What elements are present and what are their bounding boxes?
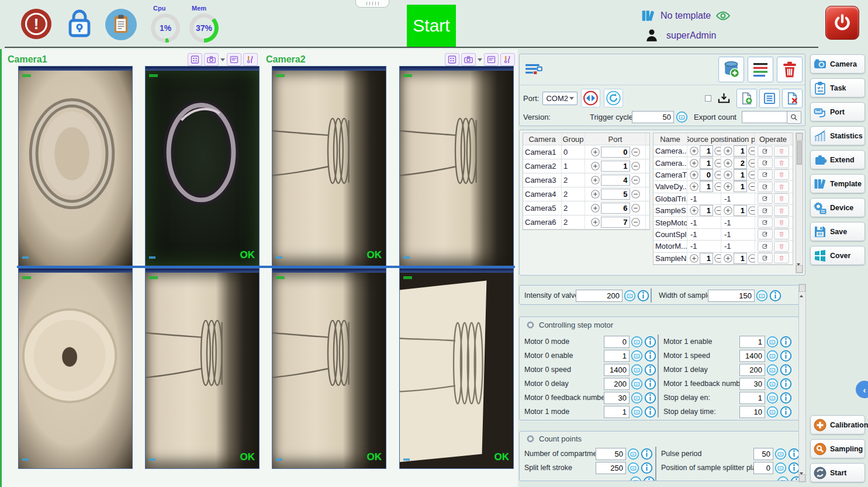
sidebar-item-extend[interactable]: Extend xyxy=(810,150,865,169)
plus-icon[interactable] xyxy=(723,158,733,168)
edit-icon[interactable] xyxy=(758,158,773,168)
lock-icon[interactable] xyxy=(65,8,94,40)
camera-feed[interactable]: OK xyxy=(145,268,260,469)
delete-icon[interactable] xyxy=(774,217,789,228)
panel-icon[interactable] xyxy=(227,53,241,66)
sidebar-item-statistics[interactable]: Statistics xyxy=(810,126,865,145)
plus-icon[interactable] xyxy=(689,182,699,192)
keypad-icon[interactable] xyxy=(766,406,779,418)
edit-icon[interactable] xyxy=(758,169,773,180)
file-remove-button[interactable] xyxy=(782,89,803,108)
action-calibration-button[interactable]: Calibration xyxy=(810,415,865,434)
port-input[interactable] xyxy=(734,169,747,180)
delete-icon[interactable] xyxy=(774,229,789,239)
keypad-icon[interactable] xyxy=(766,392,779,404)
file-add-button[interactable] xyxy=(736,89,757,108)
grid-icon[interactable] xyxy=(188,53,202,66)
delete-icon[interactable] xyxy=(774,146,789,156)
keypad-icon[interactable] xyxy=(627,448,639,460)
search-icon[interactable] xyxy=(787,111,801,124)
info-icon[interactable] xyxy=(644,350,656,362)
info-icon[interactable] xyxy=(637,290,649,302)
minus-icon[interactable] xyxy=(748,146,755,156)
plus-icon[interactable] xyxy=(590,175,600,185)
info-icon[interactable] xyxy=(641,448,653,460)
keypad-icon[interactable] xyxy=(631,406,643,418)
keypad-icon[interactable] xyxy=(766,378,779,390)
sidebar-item-device[interactable]: Device xyxy=(810,198,865,217)
info-icon[interactable] xyxy=(644,378,656,390)
minus-icon[interactable] xyxy=(631,147,641,157)
port-refresh-button[interactable] xyxy=(604,89,623,107)
port-input[interactable] xyxy=(601,189,630,200)
delete-icon[interactable] xyxy=(774,241,789,252)
info-icon[interactable] xyxy=(780,364,792,376)
port-input[interactable] xyxy=(700,253,713,264)
info-icon[interactable] xyxy=(644,364,656,376)
chevron-down-icon[interactable] xyxy=(478,58,482,61)
delete-icon[interactable] xyxy=(774,182,789,192)
info-icon[interactable] xyxy=(780,378,792,390)
plus-icon[interactable] xyxy=(689,170,699,180)
keypad-icon[interactable] xyxy=(774,448,787,460)
plus-icon[interactable] xyxy=(590,217,600,227)
plus-icon[interactable] xyxy=(723,253,733,263)
minus-icon[interactable] xyxy=(714,146,721,156)
edit-icon[interactable] xyxy=(758,253,773,263)
tools-icon[interactable] xyxy=(500,53,515,66)
action-sampling-button[interactable]: Sampling xyxy=(810,439,865,458)
count-right-1-input[interactable] xyxy=(753,462,773,474)
plus-icon[interactable] xyxy=(689,146,699,156)
delete-icon[interactable] xyxy=(774,253,789,263)
sidebar-item-port[interactable]: Port xyxy=(810,102,865,121)
camera-feed[interactable]: OK xyxy=(272,66,386,267)
file-list-button[interactable] xyxy=(759,89,780,108)
plus-icon[interactable] xyxy=(590,189,600,199)
plus-icon[interactable] xyxy=(590,203,600,213)
count-right-0-input[interactable] xyxy=(753,448,773,460)
count-left-0-input[interactable] xyxy=(596,448,626,460)
keypad-icon[interactable] xyxy=(631,350,643,362)
power-icon[interactable] xyxy=(825,6,859,40)
info-icon[interactable] xyxy=(780,406,792,418)
motor-left-3-input[interactable] xyxy=(604,378,630,390)
info-icon[interactable] xyxy=(644,336,656,348)
delete-icon[interactable] xyxy=(774,169,789,180)
minus-icon[interactable] xyxy=(748,182,755,192)
keypad-icon[interactable] xyxy=(631,392,643,404)
delete-icon[interactable] xyxy=(774,193,789,204)
info-icon[interactable] xyxy=(644,392,656,404)
plus-icon[interactable] xyxy=(723,170,733,180)
info-icon[interactable] xyxy=(780,392,792,404)
port-input[interactable] xyxy=(700,158,713,169)
minus-icon[interactable] xyxy=(748,158,755,168)
alert-icon[interactable]: ! xyxy=(21,9,51,39)
keypad-icon[interactable] xyxy=(766,350,779,362)
motor-right-4-input[interactable] xyxy=(739,392,765,404)
motor-right-0-input[interactable] xyxy=(739,336,765,348)
keypad-icon[interactable] xyxy=(630,476,642,482)
port-input[interactable] xyxy=(601,203,630,214)
sidebar-item-save[interactable]: Save xyxy=(810,222,865,241)
plus-icon[interactable] xyxy=(723,206,733,215)
delete-button[interactable] xyxy=(777,57,803,82)
panel-icon[interactable] xyxy=(484,53,499,66)
camera-feed[interactable] xyxy=(399,66,514,267)
minus-icon[interactable] xyxy=(748,253,755,263)
minus-icon[interactable] xyxy=(631,189,641,199)
port-input[interactable] xyxy=(601,217,630,228)
motor-right-3-input[interactable] xyxy=(739,378,765,390)
scroll-down-icon[interactable] xyxy=(796,265,803,273)
info-icon[interactable] xyxy=(769,290,781,302)
keypad-icon[interactable] xyxy=(774,462,787,474)
motor-right-2-input[interactable] xyxy=(739,364,765,376)
plus-icon[interactable] xyxy=(590,147,600,157)
keypad-icon[interactable] xyxy=(777,476,789,482)
port-connect-button[interactable] xyxy=(581,89,600,107)
start-button[interactable]: Start xyxy=(407,5,456,47)
camera-feed[interactable] xyxy=(18,268,133,469)
sidebar-item-task[interactable]: Task xyxy=(810,78,865,98)
top-drag-handle[interactable] xyxy=(355,0,389,8)
port-input[interactable] xyxy=(700,145,713,156)
motor-left-4-input[interactable] xyxy=(604,392,630,404)
